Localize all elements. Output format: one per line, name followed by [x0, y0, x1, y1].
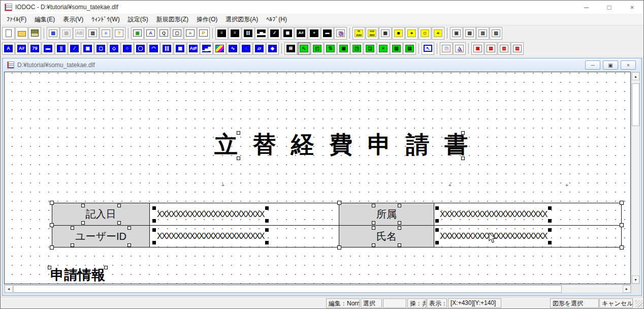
table-field-cell[interactable]: XXXXXXXXXXXXXXXXXXXXXXX — [434, 226, 621, 247]
page-palette-button[interactable]: ▢ — [171, 27, 183, 40]
paste-shape-button[interactable]: ▥ — [86, 27, 99, 40]
selection-handle[interactable] — [372, 243, 375, 247]
combine-shapes-button[interactable]: □ — [440, 42, 453, 55]
curve-tool-button[interactable]: ∿ — [227, 42, 239, 55]
zoom-in-button[interactable]: ⊕ — [405, 27, 418, 40]
histogram-view-button[interactable]: ▂▅▃ — [255, 27, 268, 40]
cell-label-text[interactable]: 所属 — [376, 208, 397, 220]
snap-object-button[interactable]: ◰ — [311, 42, 324, 55]
selection-handle[interactable] — [461, 157, 465, 160]
layers-all-button[interactable]: ▣ — [450, 27, 463, 40]
barcode-view-button[interactable]: ∥∥ — [242, 27, 254, 40]
menu-window[interactable]: ｳｨﾝﾄﾞｳ(W) — [87, 14, 123, 24]
selection-handle[interactable] — [117, 204, 121, 207]
table-view-button[interactable]: ▦ — [281, 27, 294, 40]
selection-handle[interactable] — [435, 206, 439, 210]
selection-handle[interactable] — [620, 201, 624, 205]
help-button[interactable]: ? — [113, 27, 125, 40]
table-field-cell[interactable]: XXXXXXXXXXXXXXXXXXXXXXX — [434, 203, 621, 225]
grid-snap-button[interactable]: ▦ — [392, 27, 405, 40]
form-title-text[interactable]: 立 替 経 費 申 請 書 — [214, 132, 472, 158]
selection-handle[interactable] — [50, 245, 54, 250]
new-file-button[interactable] — [2, 27, 15, 40]
selection-handle[interactable] — [548, 241, 552, 244]
grid-show-button[interactable]: ▦ — [379, 27, 392, 40]
align-right-text-button[interactable]: ≡ — [215, 27, 228, 40]
selection-handle[interactable] — [265, 241, 269, 244]
minimize-button[interactable]: ─ — [575, 1, 598, 14]
save-file-button[interactable] — [28, 27, 41, 40]
polygon-tool-button[interactable]: ▱ — [253, 42, 266, 55]
section-label-text[interactable]: 申請情報 — [50, 267, 105, 283]
selection-handle[interactable] — [265, 228, 269, 232]
copy-button[interactable]: ▤ — [47, 27, 59, 40]
item-number-button[interactable]: zzz 999 — [366, 27, 378, 40]
selection-handle[interactable] — [398, 221, 401, 225]
document-button[interactable]: ≡ — [100, 27, 112, 40]
doc-minimize-button[interactable]: ─ — [585, 60, 600, 70]
front-object-button[interactable]: ▥ — [390, 42, 403, 55]
doc-restore-button[interactable]: ▣ — [603, 60, 618, 70]
ellipse-tool-button[interactable]: ◯ — [134, 42, 147, 55]
selection-handle[interactable] — [337, 201, 341, 205]
hline-tool-button[interactable]: ▬ — [42, 42, 54, 55]
cell-label-text[interactable]: 記入日 — [86, 208, 116, 220]
text-tool-button[interactable]: A — [2, 42, 15, 55]
selection-handle[interactable] — [435, 228, 439, 232]
selection-handle[interactable] — [71, 243, 74, 247]
image-tool-button[interactable] — [213, 42, 226, 55]
close-button[interactable]: × — [621, 1, 643, 14]
line-tool-button[interactable]: ∕ — [68, 42, 81, 55]
diamond-tool-button[interactable]: ◇ — [108, 42, 120, 55]
cell-label-text[interactable]: ユーザーID — [75, 231, 126, 242]
selection-handle[interactable] — [127, 226, 131, 230]
form-title-object[interactable]: 立 替 経 費 申 請 書 — [214, 129, 468, 161]
selection-handle[interactable] — [237, 157, 240, 160]
selection-handle[interactable] — [71, 226, 74, 230]
selection-handle[interactable] — [152, 241, 156, 244]
field-placeholder-text[interactable]: XXXXXXXXXXXXXXXXXXXXXXX — [440, 210, 547, 219]
table-label-cell[interactable]: ユーザーID — [52, 226, 150, 247]
slant-text-button[interactable]: ∕∕ — [268, 27, 281, 40]
arc-tool-button[interactable]: ◠ — [147, 42, 160, 55]
table-label-cell[interactable]: 記入日 — [52, 203, 150, 225]
roundrect-tool-button[interactable]: ▢ — [94, 42, 107, 55]
qrcode-tool-button[interactable]: ▩ — [174, 42, 186, 55]
selection-handle[interactable] — [117, 221, 121, 225]
menu-selected-shape[interactable]: 選択図形(A) — [221, 14, 262, 25]
scroll-left-button[interactable]: ◄ — [5, 285, 13, 293]
selection-handle[interactable] — [398, 204, 401, 207]
selection-handle[interactable] — [152, 206, 156, 210]
align-left-text-button[interactable]: ≡ — [229, 27, 241, 40]
selection-handle[interactable] — [265, 219, 269, 223]
horizontal-scroll-thumb[interactable] — [13, 285, 562, 293]
zoom-palette-button[interactable]: Q — [157, 27, 170, 40]
selection-handle[interactable] — [620, 223, 624, 227]
paste-button[interactable]: ▤ — [60, 27, 73, 40]
red-layers-all-button[interactable]: ▣ — [471, 42, 484, 55]
scroll-right-button[interactable]: ► — [623, 285, 631, 293]
overlap-squares-button[interactable]: ◳ — [334, 27, 347, 40]
selection-handle[interactable] — [548, 228, 552, 232]
document-titlebar[interactable]: D:¥tutorial¥somu_tatekae.dlf ─ ▣ × — [4, 58, 640, 72]
selection-handle[interactable] — [372, 226, 375, 230]
convert-field-button[interactable]: A⇄ — [187, 42, 200, 55]
barcode-tool-button[interactable]: ∥∥ — [160, 42, 173, 55]
selection-handle[interactable] — [152, 219, 156, 223]
group-button[interactable]: ◳ — [350, 42, 363, 55]
list-palette-button[interactable]: ≡ — [184, 27, 197, 40]
preview-window-button[interactable]: ▤ — [284, 42, 297, 55]
image-frame-button[interactable]: ▣ — [337, 42, 350, 55]
red-layer-swap-button[interactable]: ▨ — [511, 42, 524, 55]
paste-text-button[interactable]: AB — [73, 27, 86, 40]
circle-tool-button[interactable]: ○ — [121, 42, 134, 55]
item-id-button[interactable]: iii ddd — [352, 27, 365, 40]
section-label-object[interactable]: 申請情報 — [50, 266, 105, 284]
freeform-tool-button[interactable]: ◌ — [240, 42, 252, 55]
maximize-button[interactable]: □ — [598, 1, 621, 14]
selection-handle[interactable] — [81, 204, 85, 207]
layer-swap-button[interactable]: ▨ — [490, 27, 502, 40]
selection-handle[interactable] — [372, 204, 375, 207]
selection-handle[interactable] — [398, 243, 401, 247]
table-field-cell[interactable]: XXXXXXXXXXXXXXXXXXXXXXX — [150, 226, 339, 247]
